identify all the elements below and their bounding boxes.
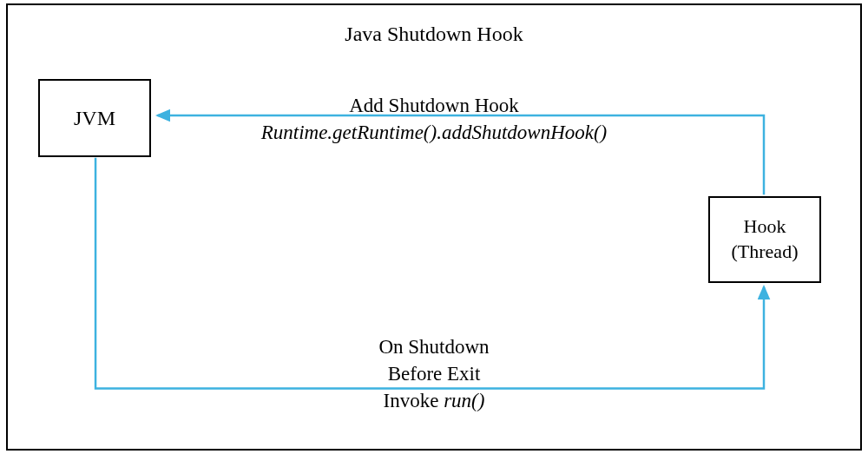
bottom-label-line1: On Shutdown xyxy=(378,333,489,360)
diagram-title: Java Shutdown Hook xyxy=(345,23,523,46)
bottom-label-line3: Invoke run() xyxy=(378,387,489,414)
jvm-box: JVM xyxy=(38,79,151,157)
bottom-label-line3-italic: run() xyxy=(444,390,484,411)
hook-label-line1: Hook xyxy=(744,214,786,240)
on-shutdown-label: On Shutdown Before Exit Invoke run() xyxy=(378,333,489,414)
jvm-label: JVM xyxy=(74,107,115,130)
bottom-label-line3-prefix: Invoke xyxy=(384,390,444,411)
top-label-line2: Runtime.getRuntime().addShutdownHook() xyxy=(261,119,608,146)
hook-label-line2: (Thread) xyxy=(732,240,799,265)
add-shutdown-hook-label: Add Shutdown Hook Runtime.getRuntime().a… xyxy=(261,92,608,146)
hook-thread-box: Hook (Thread) xyxy=(708,196,821,283)
diagram-frame: Java Shutdown Hook JVM Hook (Thread) Add… xyxy=(6,3,862,451)
bottom-label-line2: Before Exit xyxy=(378,360,489,387)
top-label-line1: Add Shutdown Hook xyxy=(261,92,608,119)
